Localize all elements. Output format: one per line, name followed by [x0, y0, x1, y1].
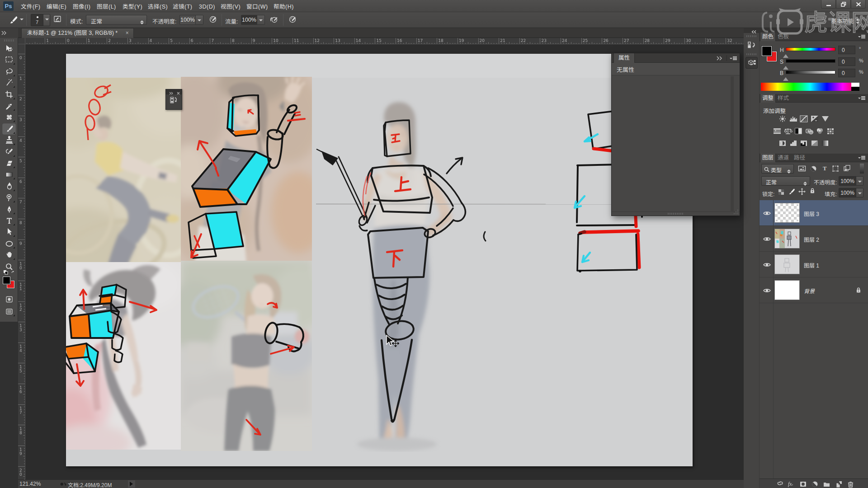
layer-row-layer3[interactable]: 图层 3	[760, 200, 868, 226]
tool-move[interactable]	[2, 43, 16, 54]
filter-kind-adjustment-icon[interactable]	[810, 165, 817, 174]
properties-menu-icon[interactable]	[730, 56, 737, 61]
opacity-value[interactable]: 100%	[179, 15, 196, 25]
lock-all-icon[interactable]	[809, 188, 816, 197]
adjustments-panel-menu-icon[interactable]	[858, 96, 865, 101]
spectrum-black-swatch[interactable]	[851, 87, 859, 91]
adjustment-channelmixer-icon[interactable]	[816, 127, 824, 135]
properties-panel-button[interactable]	[745, 57, 758, 69]
ruler-top[interactable]	[25, 38, 744, 44]
adjustment-curves-icon[interactable]	[800, 115, 808, 122]
adjustment-colorbalance-icon[interactable]	[784, 127, 793, 135]
adjustment-colorlookup-icon[interactable]	[826, 127, 835, 135]
layer-style-fx-icon[interactable]	[788, 480, 796, 488]
adjustment-posterize-icon[interactable]	[789, 140, 798, 147]
tab-adjustments[interactable]: 调整	[760, 94, 776, 103]
layer-row-layer2[interactable]: 图层 2	[760, 226, 868, 252]
quick-mask-button[interactable]	[2, 294, 16, 305]
menu-edit[interactable]: 编辑(E)	[47, 0, 66, 12]
adjustment-selectivecolor-icon[interactable]	[821, 140, 830, 147]
tool-crop[interactable]	[2, 89, 16, 100]
properties-tab[interactable]: 属性	[613, 53, 635, 63]
tab-channels[interactable]: 通道	[776, 154, 791, 162]
brush-preset-dropdown-arrow[interactable]	[43, 14, 50, 26]
lock-position-icon[interactable]	[798, 188, 806, 197]
layer-visibility-eye[interactable]	[763, 261, 771, 267]
tools-panel-header[interactable]	[0, 28, 18, 38]
tool-quick-selection[interactable]	[2, 77, 16, 89]
flow-value[interactable]: 100%	[241, 15, 257, 25]
hue-slider[interactable]	[786, 47, 835, 51]
layer-row-background[interactable]: 背景	[760, 277, 868, 303]
tool-type[interactable]	[2, 215, 16, 226]
airbrush-icon[interactable]	[269, 15, 279, 26]
saturation-slider[interactable]	[786, 59, 835, 63]
panel-foreground-swatch[interactable]	[762, 46, 772, 56]
layer-fill-value[interactable]: 100%	[839, 188, 856, 197]
tool-pen[interactable]	[2, 204, 16, 215]
properties-resize-grip[interactable]	[733, 209, 739, 215]
ruler-left[interactable]	[18, 44, 25, 488]
lock-pixels-icon[interactable]	[788, 188, 795, 197]
blend-mode-dropdown[interactable]: 正常	[761, 176, 810, 186]
filter-kind-type-icon[interactable]	[821, 164, 829, 174]
menu-window[interactable]: 窗口(W)	[246, 0, 268, 12]
layer-opacity-value[interactable]: 100%	[839, 176, 856, 186]
restore-button[interactable]	[836, 0, 851, 9]
mode-dropdown[interactable]: 正常	[86, 15, 147, 25]
tool-lasso[interactable]	[2, 66, 16, 77]
add-layer-mask-icon[interactable]	[799, 480, 807, 488]
tool-hand[interactable]	[2, 249, 16, 261]
adjustment-invert-icon[interactable]	[778, 140, 787, 147]
menu-layer[interactable]: 图层(L)	[97, 0, 116, 12]
tool-eyedropper[interactable]	[2, 100, 16, 112]
lock-transparent-icon[interactable]	[778, 188, 784, 197]
adjustment-bw-icon[interactable]	[794, 127, 803, 135]
layers-panel-menu-icon[interactable]	[858, 156, 865, 160]
brightness-slider-thumb[interactable]	[783, 75, 788, 81]
opacity-dropdown-arrow[interactable]	[196, 15, 203, 25]
filter-kind-shape-icon[interactable]	[832, 165, 839, 174]
properties-scrollbar[interactable]	[731, 76, 734, 211]
tool-preset-brush-icon[interactable]	[7, 14, 19, 27]
new-group-icon[interactable]	[823, 480, 830, 488]
hue-slider-thumb[interactable]	[783, 52, 788, 58]
history-panel-button[interactable]	[745, 39, 758, 51]
mini-floating-panel[interactable]	[165, 89, 182, 110]
layer-filter-toggle[interactable]	[860, 164, 864, 174]
adjustment-huesat-icon[interactable]	[773, 127, 782, 135]
color-panel-menu-icon[interactable]	[858, 35, 865, 39]
tool-path-selection[interactable]	[2, 226, 16, 238]
ruler-origin-box[interactable]	[18, 38, 25, 44]
properties-floating-panel[interactable]: 属性 无属性	[611, 53, 740, 216]
tool-smudge[interactable]	[2, 181, 16, 192]
layer-visibility-eye[interactable]	[763, 235, 771, 241]
layer-visibility-eye[interactable]	[763, 210, 771, 215]
layer-row-layer1[interactable]: 图层 1	[760, 252, 868, 277]
menu-file[interactable]: 文件(F)	[21, 0, 40, 12]
menu-filter[interactable]: 滤镜(T)	[173, 0, 192, 12]
opacity-pressure-icon[interactable]	[208, 15, 218, 26]
new-layer-icon[interactable]	[835, 480, 842, 488]
new-adjustment-layer-icon[interactable]	[811, 480, 819, 488]
link-layers-icon[interactable]	[776, 480, 784, 488]
adjustment-brightness-icon[interactable]	[778, 115, 787, 122]
menu-image[interactable]: 图像(I)	[73, 0, 90, 12]
layer-filter-type-dropdown[interactable]: 类型	[761, 164, 794, 174]
delete-layer-icon[interactable]	[847, 480, 854, 488]
flow-dropdown-arrow[interactable]	[257, 15, 265, 25]
layer-visibility-eye[interactable]	[763, 287, 771, 292]
tool-shape[interactable]	[2, 238, 16, 249]
tool-history-brush[interactable]	[2, 146, 16, 158]
tab-layers[interactable]: 图层	[760, 154, 776, 162]
menu-3d[interactable]: 3D(D)	[199, 0, 215, 12]
saturation-value[interactable]: 0	[838, 57, 855, 66]
filter-kind-image-icon[interactable]	[798, 165, 806, 174]
collapse-panel-icon[interactable]	[716, 56, 723, 61]
swap-colors-icon[interactable]	[11, 268, 15, 276]
adjustment-gradientmap-icon[interactable]	[811, 140, 819, 147]
tab-paths[interactable]: 路径	[792, 154, 807, 162]
status-zoom-level[interactable]: 121.42%	[19, 481, 41, 487]
layer-opacity-dropdown[interactable]	[856, 176, 863, 186]
tab-swatches[interactable]: 色板	[776, 33, 791, 41]
